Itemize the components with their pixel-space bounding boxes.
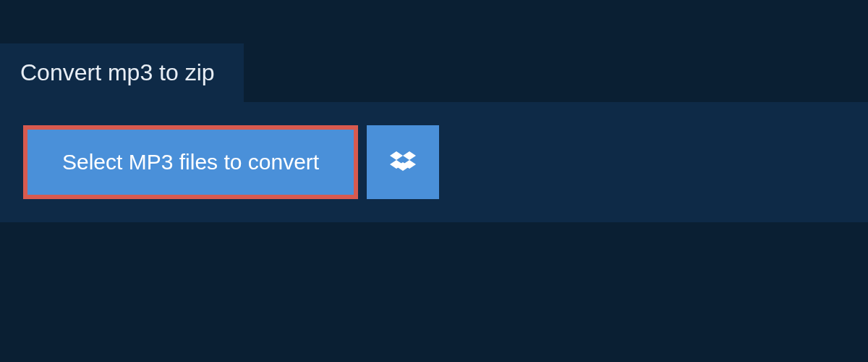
dropbox-icon — [390, 149, 416, 175]
page-title: Convert mp3 to zip — [20, 59, 215, 85]
tab-header: Convert mp3 to zip — [0, 43, 244, 102]
dropbox-button[interactable] — [367, 125, 439, 199]
button-row: Select MP3 files to convert — [23, 125, 845, 199]
content-panel: Select MP3 files to convert — [0, 102, 868, 222]
select-files-button[interactable]: Select MP3 files to convert — [23, 125, 358, 199]
select-files-label: Select MP3 files to convert — [62, 150, 319, 174]
